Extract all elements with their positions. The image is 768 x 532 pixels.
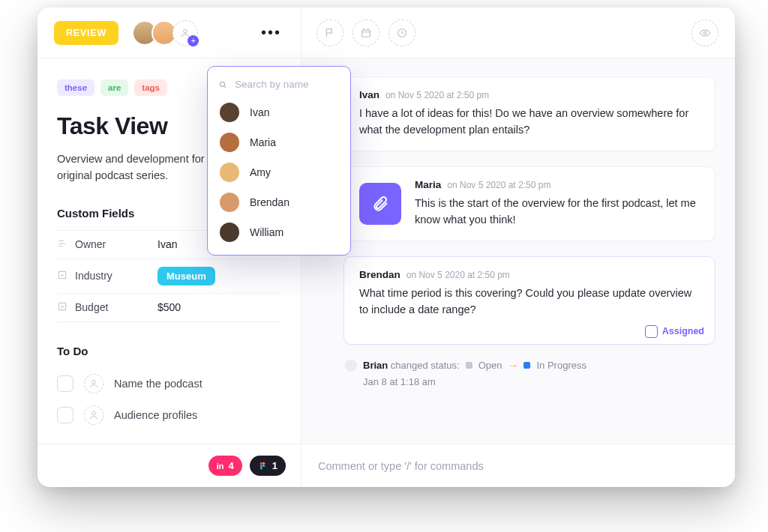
search-icon xyxy=(218,79,227,90)
field-label: Industry xyxy=(75,270,158,282)
integration-count: 4 xyxy=(229,460,234,471)
activity-avatar xyxy=(345,360,357,372)
comment-body: This is the start of the overview for th… xyxy=(415,195,700,229)
tag[interactable]: are xyxy=(100,79,128,96)
people-option[interactable]: William xyxy=(208,217,350,247)
svg-point-9 xyxy=(262,462,265,465)
integration-invision[interactable]: in 4 xyxy=(208,456,242,476)
activity-entry: Brian changed status: Open → In Progress… xyxy=(344,360,716,387)
status-dot xyxy=(466,362,472,369)
svg-point-13 xyxy=(220,82,225,86)
activity-actor: Brian xyxy=(363,360,388,371)
people-option[interactable]: Maria xyxy=(208,127,350,157)
people-search xyxy=(208,73,350,97)
arrow-right-icon: → xyxy=(508,360,518,371)
dropdown-field-icon xyxy=(57,301,75,314)
comment-author: Ivan xyxy=(359,89,380,100)
people-picker-dropdown: Ivan Maria Amy Brendan William xyxy=(207,66,351,256)
text-field-icon xyxy=(57,238,75,251)
svg-point-6 xyxy=(92,380,96,384)
attachment-button[interactable] xyxy=(359,183,401,225)
person-name: Amy xyxy=(250,166,271,178)
watch-button[interactable] xyxy=(692,19,718,46)
activity-from: Open xyxy=(478,360,502,371)
people-option[interactable]: Ivan xyxy=(208,97,350,127)
assigned-label: Assigned xyxy=(662,326,704,336)
task-window: REVIEW + ••• xyxy=(38,7,735,487)
people-option[interactable]: Amy xyxy=(208,157,350,187)
tag[interactable]: tags xyxy=(134,79,167,96)
field-value[interactable]: Ivan xyxy=(158,238,177,250)
todo-item[interactable]: Name the podcast xyxy=(57,368,281,399)
clock-icon xyxy=(396,27,408,39)
time-button[interactable] xyxy=(388,19,416,46)
activity-to: In Progress xyxy=(536,360,586,371)
field-value[interactable]: Museum xyxy=(158,267,215,285)
person-name: Brendan xyxy=(250,196,290,208)
figma-icon xyxy=(258,461,268,471)
activity-timestamp: Jan 8 at 1:18 am xyxy=(345,376,716,387)
integration-figma[interactable]: 1 xyxy=(250,456,286,476)
footer: in 4 1 Comment or type '/' for commands xyxy=(38,444,735,487)
checkbox[interactable] xyxy=(57,375,74,392)
tag[interactable]: these xyxy=(57,79,94,96)
field-label: Owner xyxy=(75,238,158,250)
add-assignee-button[interactable]: + xyxy=(172,20,198,46)
todo-item[interactable]: Audience profiles xyxy=(57,399,281,431)
svg-rect-4 xyxy=(58,271,65,278)
svg-point-3 xyxy=(704,31,706,34)
comment-thread: Ivan on Nov 5 2020 at 2:50 pm I have a l… xyxy=(344,76,716,444)
paperclip-icon xyxy=(371,195,389,213)
topbar-right xyxy=(302,19,735,46)
comment-timestamp: on Nov 5 2020 at 2:50 pm xyxy=(447,180,550,190)
todo-list: Name the podcast Audience profiles xyxy=(57,368,281,431)
field-value[interactable]: $500 xyxy=(158,301,181,313)
assignee-avatars: + xyxy=(132,20,198,46)
comment-composer[interactable]: Comment or type '/' for commands xyxy=(302,444,735,487)
field-industry: Industry Museum xyxy=(57,259,281,293)
integrations: in 4 1 xyxy=(38,444,302,487)
person-avatar xyxy=(220,133,239,152)
plus-icon: + xyxy=(188,35,199,46)
assigned-badge[interactable]: Assigned xyxy=(645,325,704,338)
person-name: Ivan xyxy=(250,106,269,118)
activity-verb: changed status: xyxy=(391,360,460,371)
flag-button[interactable] xyxy=(316,19,344,46)
comment-author: Maria xyxy=(415,179,441,190)
svg-point-10 xyxy=(260,465,262,467)
assignee-placeholder-icon[interactable] xyxy=(84,405,104,425)
todo-text: Name the podcast xyxy=(114,378,202,390)
svg-rect-5 xyxy=(58,303,65,309)
comment: Maria on Nov 5 2020 at 2:50 pm This is t… xyxy=(344,166,716,241)
field-label: Budget xyxy=(75,301,158,313)
people-option[interactable]: Brendan xyxy=(208,187,350,217)
svg-point-0 xyxy=(184,29,188,33)
comment-timestamp: on Nov 5 2020 at 2:50 pm xyxy=(406,270,510,280)
status-pill[interactable]: REVIEW xyxy=(54,21,118,45)
comment-author: Brendan xyxy=(359,269,400,280)
people-search-input[interactable] xyxy=(235,79,340,90)
dropdown-field-icon xyxy=(57,270,75,282)
person-avatar xyxy=(220,193,239,212)
invision-icon: in xyxy=(217,462,224,471)
comment-body: What time period is this covering? Could… xyxy=(359,285,700,318)
body: these are tags Task View Overview and de… xyxy=(38,58,735,444)
date-button[interactable] xyxy=(352,19,380,46)
checkbox-icon xyxy=(645,325,658,338)
person-name: William xyxy=(250,226,284,238)
todo-heading: To Do xyxy=(57,345,281,357)
assignee-placeholder-icon[interactable] xyxy=(84,374,104,393)
person-avatar xyxy=(220,163,239,182)
svg-rect-1 xyxy=(362,30,370,37)
calendar-icon xyxy=(360,27,372,39)
comment: Brendan on Nov 5 2020 at 2:50 pm What ti… xyxy=(344,256,716,345)
eye-icon xyxy=(699,27,711,39)
more-menu-button[interactable]: ••• xyxy=(261,24,281,41)
svg-point-7 xyxy=(92,411,96,415)
todo-text: Audience profiles xyxy=(114,409,197,421)
checkbox[interactable] xyxy=(57,407,74,423)
comment-timestamp: on Nov 5 2020 at 2:50 pm xyxy=(386,90,489,100)
topbar: REVIEW + ••• xyxy=(38,7,735,58)
comment: Ivan on Nov 5 2020 at 2:50 pm I have a l… xyxy=(344,76,716,151)
composer-placeholder: Comment or type '/' for commands xyxy=(318,460,484,472)
